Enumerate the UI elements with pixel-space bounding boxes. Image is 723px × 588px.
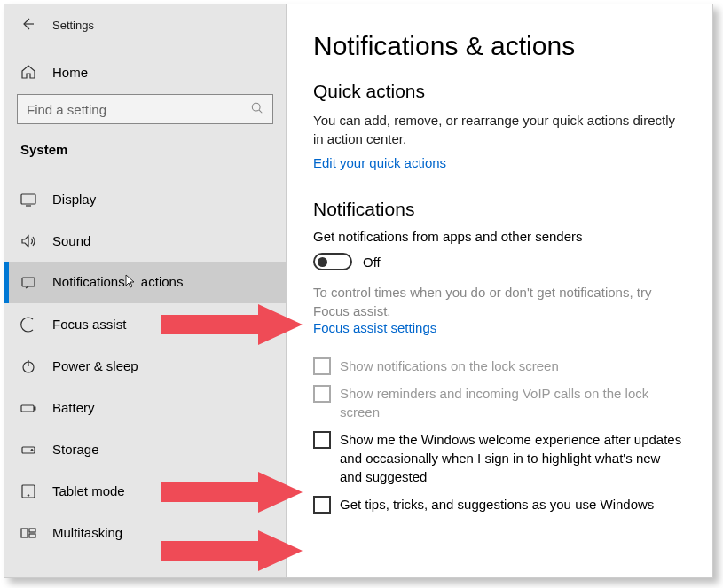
checkbox-welcome[interactable] xyxy=(313,431,331,449)
back-icon[interactable] xyxy=(20,17,35,34)
focus-assist-hint: To control times when you do or don't ge… xyxy=(313,283,686,320)
nav-label: Focus assist xyxy=(52,317,126,332)
checkbox-label: Show reminders and incoming VoIP calls o… xyxy=(340,384,686,421)
nav-list: Display Sound Notifications actions Focu… xyxy=(4,178,286,553)
quick-actions-heading: Quick actions xyxy=(313,81,686,102)
nav-item-sound[interactable]: Sound xyxy=(4,220,286,262)
page-title: Notifications & actions xyxy=(313,31,686,61)
focus-assist-settings-link[interactable]: Focus assist settings xyxy=(313,320,686,335)
checkbox-row-lock-screen: Show notifications on the lock screen xyxy=(313,357,686,375)
svg-rect-5 xyxy=(35,407,36,410)
nav-label: Tablet mode xyxy=(52,483,125,498)
storage-icon xyxy=(20,442,36,458)
header-row: Settings xyxy=(4,4,286,39)
nav-item-power[interactable]: Power & sleep xyxy=(4,345,286,387)
content-pane: Notifications & actions Quick actions Yo… xyxy=(287,4,712,577)
home-label: Home xyxy=(52,65,88,80)
nav-label: Notifications actions xyxy=(52,274,183,291)
checkbox-row-welcome[interactable]: Show me the Windows welcome experience a… xyxy=(313,430,686,486)
svg-point-9 xyxy=(28,494,29,496)
sound-icon xyxy=(20,233,36,249)
nav-label: Power & sleep xyxy=(52,358,138,373)
nav-label: Multitasking xyxy=(52,525,122,540)
nav-item-tablet[interactable]: Tablet mode xyxy=(4,470,286,512)
svg-rect-2 xyxy=(22,278,35,286)
svg-rect-11 xyxy=(29,529,35,532)
nav-item-notifications[interactable]: Notifications actions xyxy=(4,262,286,303)
svg-point-0 xyxy=(252,103,260,111)
svg-rect-10 xyxy=(21,529,28,537)
nav-item-multitasking[interactable]: Multitasking xyxy=(4,512,286,553)
notifications-icon xyxy=(20,275,36,291)
multitasking-icon xyxy=(20,525,36,541)
focus-assist-icon xyxy=(20,317,36,333)
checkbox-row-voip: Show reminders and incoming VoIP calls o… xyxy=(313,384,686,421)
notifications-get-label: Get notifications from apps and other se… xyxy=(313,229,686,244)
notifications-toggle-row: Off xyxy=(313,253,686,270)
svg-point-7 xyxy=(31,449,33,451)
edit-quick-actions-link[interactable]: Edit your quick actions xyxy=(313,155,686,170)
cursor-icon xyxy=(125,274,138,291)
nav-label: Display xyxy=(52,192,96,207)
svg-rect-1 xyxy=(21,194,35,204)
settings-window: Settings Home System Display Sound xyxy=(4,4,713,578)
nav-item-display[interactable]: Display xyxy=(4,178,286,220)
nav-label: Storage xyxy=(52,442,99,457)
checkbox-row-tips[interactable]: Get tips, tricks, and suggestions as you… xyxy=(313,495,686,514)
nav-item-battery[interactable]: Battery xyxy=(4,387,286,428)
checkbox-label: Show notifications on the lock screen xyxy=(340,357,559,375)
display-icon xyxy=(20,192,36,208)
home-row[interactable]: Home xyxy=(4,51,286,85)
power-icon xyxy=(20,358,36,374)
category-label: System xyxy=(4,129,286,166)
nav-item-focus-assist[interactable]: Focus assist xyxy=(4,303,286,345)
nav-label: Battery xyxy=(52,400,95,415)
checkbox-tips[interactable] xyxy=(313,496,331,514)
search-input[interactable] xyxy=(27,102,251,117)
quick-actions-desc: You can add, remove, or rearrange your q… xyxy=(313,111,686,148)
search-box[interactable] xyxy=(17,94,273,124)
checkbox-voip xyxy=(313,385,331,403)
nav-item-storage[interactable]: Storage xyxy=(4,428,286,470)
toggle-state-text: Off xyxy=(363,255,381,270)
svg-rect-12 xyxy=(29,534,35,537)
sidebar: Settings Home System Display Sound xyxy=(4,4,287,577)
nav-label: Sound xyxy=(52,233,90,248)
toggle-knob xyxy=(318,257,327,267)
checkbox-lock-screen xyxy=(313,357,331,375)
checkbox-label: Get tips, tricks, and suggestions as you… xyxy=(340,495,654,514)
notifications-section: Notifications Get notifications from app… xyxy=(313,199,686,514)
window-title: Settings xyxy=(52,19,94,32)
checkbox-label: Show me the Windows welcome experience a… xyxy=(340,430,686,486)
notifications-heading: Notifications xyxy=(313,199,686,220)
home-icon xyxy=(20,64,36,80)
tablet-icon xyxy=(20,483,36,499)
notifications-toggle[interactable] xyxy=(313,253,352,270)
battery-icon xyxy=(20,400,36,416)
search-icon xyxy=(251,102,263,117)
svg-rect-4 xyxy=(21,405,34,412)
